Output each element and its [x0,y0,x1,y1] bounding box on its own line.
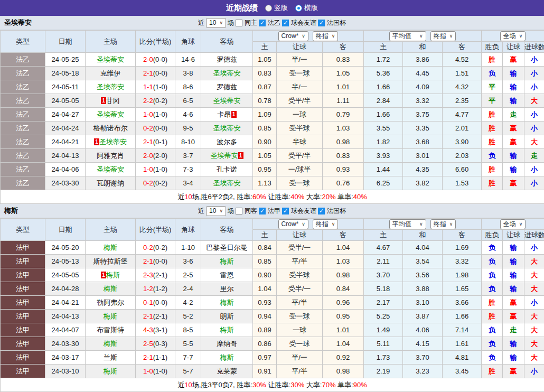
match-row: 法甲24-03-10梅斯1-0(1-0)5-7克莱蒙0.91平/半0.982.1… [1,365,544,378]
vertical-layout-radio[interactable] [265,5,272,12]
away-team-cell: 卡昂1 [201,108,253,122]
avg-draw-odds-cell: 4.04 [403,241,443,255]
league-type-cell: 法甲 [1,241,45,255]
handicap-cell: 一/球半 [277,163,323,176]
date-cell: 24-05-25 [45,53,86,67]
score-cell: 2-1(0-0) [136,255,175,268]
handicap-cell: 受平/半 [277,149,323,163]
avg-draw-odds-cell: 3.87 [403,310,443,323]
league-type-cell: 法乙 [1,122,45,135]
average-select[interactable]: 平均值 [389,219,426,229]
home-team-cell: 布雷斯特 [86,323,136,337]
date-cell: 24-03-17 [45,351,86,365]
winlose-result-cell: 胜 [482,163,503,176]
average-select[interactable]: 平均值 [389,31,426,41]
handicap-cell: 半/一 [277,80,323,94]
fullmatch-select[interactable]: 全场 [500,31,526,41]
handicap-cell: 受半球 [277,268,323,282]
winlose-result-cell: 负 [482,268,503,282]
avg-home-odds-cell: 5.36 [364,67,403,80]
avg-home-odds-cell: 2.11 [364,255,403,268]
red-card-badge: 1 [231,111,237,118]
handicap-cell: 一球 [277,323,323,337]
score-cell: 1-1(1-0) [136,80,175,94]
winlose-result-cell: 胜 [482,310,503,323]
friendly-checkbox[interactable] [282,20,289,26]
halftime-score: (0-2) [153,244,167,251]
summary-segment: 大率: [304,193,322,201]
final-odds-select[interactable]: 终指 [313,219,339,229]
summary-segment: 40% [290,193,304,201]
cup-checkbox[interactable] [318,20,325,26]
avg-draw-odds-cell: 3.23 [403,365,443,378]
team-name: 梅斯 [104,340,117,348]
same-venue-checkbox[interactable] [236,208,242,214]
odds-group-header: Crow* 终指 [253,31,364,42]
summary-segment: 40% [353,193,367,201]
fulltime-score: 2-1 [143,353,153,361]
league-type-cell: 法乙 [1,67,45,80]
horizontal-layout-radio[interactable] [295,5,302,12]
home-team-cell: 圣埃蒂安 [86,108,136,122]
avg-away-odds-cell: 3.32 [443,255,482,268]
date-cell: 24-04-21 [45,296,86,310]
col-goals: 进球数 [524,42,544,53]
avg-home-odds-cell: 2.19 [364,365,403,378]
summary-segment: 近 [177,381,184,389]
avg-final-select[interactable]: 终指 [430,219,456,229]
avg-draw-odds-cell: 4.45 [403,67,443,80]
near-label: 近 [198,18,204,27]
match-row: 法甲24-05-20梅斯0-2(0-2)1-10巴黎圣日尔曼0.84受半/一1.… [1,241,544,255]
goals-result-cell: 大 [524,351,544,365]
goals-result-cell: 走 [524,149,544,163]
score-cell: 2-2(0-2) [136,94,175,108]
match-row: 法乙24-03-30瓦朗谢纳0-2(0-2)3-4圣埃蒂安1.13受一球0.76… [1,176,544,190]
avg-home-odds-cell: 5.11 [364,337,403,351]
match-row: 法乙24-04-27圣埃蒂安1-0(1-0)4-6卡昂11.09一球0.791.… [1,108,544,122]
col-odds-home: 主 [253,230,277,241]
corner-cell: 3-8 [175,67,201,80]
summary-segment: 让胜率: [266,381,290,389]
goals-result-cell: 大 [524,323,544,337]
home-team-cell: 梅斯 [86,241,136,255]
summary-segment: 90% [353,381,367,389]
col-avg-draw: 和 [403,230,443,241]
home-odds-cell: 0.87 [253,80,277,94]
league-checkbox[interactable] [259,208,266,214]
away-odds-cell: 0.96 [323,296,364,310]
home-odds-cell: 1.13 [253,176,277,190]
fulltime-score: 2-3 [143,271,153,279]
fullmatch-select[interactable]: 全场 [500,219,526,229]
friendly-checkbox[interactable] [282,208,289,214]
league-checkbox[interactable] [259,20,266,26]
goals-result-cell: 小 [524,53,544,67]
handicap-result-cell: 赢 [503,135,524,149]
corner-cell: 5-7 [175,365,201,378]
match-row: 法乙24-04-211圣埃蒂安2-1(0-1)8-10波尔多0.90半球0.98… [1,135,544,149]
date-cell: 24-04-13 [45,149,86,163]
same-venue-checkbox[interactable] [236,20,242,26]
match-row: 法乙24-04-06圣埃蒂安1-0(1-0)7-3孔卡诺0.95一/球半0.93… [1,163,544,176]
corner-cell: 8-5 [175,323,201,337]
match-row: 法乙24-05-11圣埃蒂安1-1(1-0)8-6罗德兹0.87半/一1.011… [1,80,544,94]
match-count-select[interactable]: 10 [206,18,226,28]
bookmaker-select[interactable]: Crow* [278,219,308,229]
corner-cell: 5-5 [175,337,201,351]
score-cell: 1-2(1-2) [136,282,175,296]
bookmaker-select[interactable]: Crow* [278,31,308,41]
away-team-cell: 圣埃蒂安 [201,94,253,108]
team-section-title: 梅斯 [4,206,18,216]
chevron-down-icon [419,34,423,39]
handicap-result-cell: 赢 [503,296,524,310]
away-team-cell: 圣埃蒂安 [201,176,253,190]
cup-checkbox[interactable] [318,208,325,214]
avg-home-odds-cell: 3.93 [364,149,403,163]
match-count-select[interactable]: 10 [206,206,226,216]
col-handicap-result: 让球 [503,42,524,53]
halftime-score: (0-1) [153,138,167,146]
final-odds-select[interactable]: 终指 [313,31,339,41]
handicap-result-cell: 输 [503,80,524,94]
chevron-down-icon [332,34,335,39]
chevron-down-icon [419,222,423,227]
avg-final-select[interactable]: 终指 [430,31,456,41]
